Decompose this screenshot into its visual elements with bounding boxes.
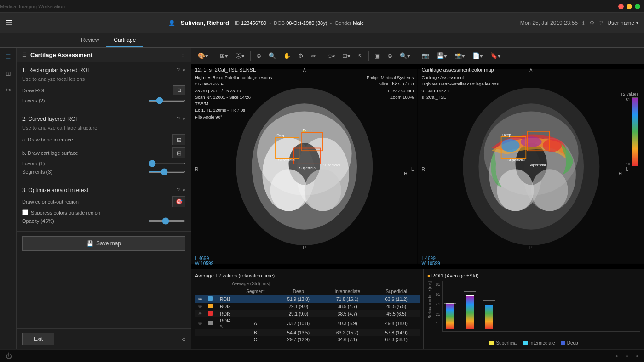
toolbar-pointer-btn[interactable]: ↖ [355, 51, 366, 61]
toolbar-zoom-btn[interactable]: 🔍▾ [397, 51, 413, 61]
row2-color [205, 303, 217, 310]
toolbar-reflines-btn[interactable]: ⊕ [253, 51, 264, 61]
v1-line4: Scan Nr. 12001 - Slice 14/26 [195, 94, 272, 101]
collapse-icon[interactable]: « [182, 335, 185, 343]
toolbar-pan-btn[interactable]: ✋ [281, 51, 293, 61]
viewer2-colorbar: T2 values 81 10 [621, 92, 638, 166]
svg-text:Superficial: Superficial [507, 158, 525, 162]
bottom-right: ■ ROI1 (Average ±Std) Relaxation time [m… [423, 269, 644, 349]
table-row[interactable]: 👁 ROI4 ↖ A 33.2 (10.8) 40.3 (5.9) 49.8 (… [195, 317, 420, 329]
bar1-error-cap [444, 303, 456, 304]
row1-eye[interactable]: 👁 [195, 295, 205, 303]
toolbar-search-btn[interactable]: 🔍 [266, 51, 279, 61]
section2-chevron-icon[interactable]: ▾ [183, 116, 185, 122]
legend-superficial-dot [489, 341, 494, 345]
legend-deep: Deep [561, 340, 578, 345]
toolbar-settings-btn[interactable]: ⚙ [295, 51, 306, 61]
section3-draw-cutout-row: Draw color cut-out region 🎯 [22, 196, 185, 207]
table-row[interactable]: 👁 ROI1 51.9 (13.8) 71.8 (16.1) 63.6 (11.… [195, 295, 420, 303]
toolbar-save2-btn[interactable]: 💾▾ [434, 51, 450, 61]
sidebar-icon-tools[interactable]: ✂ [3, 85, 14, 96]
draw-cartilage-button[interactable]: ⊞ [172, 147, 185, 158]
menu-icon[interactable]: ☰ [6, 18, 12, 27]
toolbar-bookmark-btn[interactable]: 🔖▾ [488, 51, 504, 61]
toolbar-color-btn[interactable]: 🎨▾ [195, 51, 211, 61]
row4a-eye[interactable]: 👁 [195, 317, 205, 329]
opacity-slider[interactable] [149, 220, 185, 222]
toolbar-ellipse-btn[interactable]: ⬭▾ [325, 51, 338, 61]
layers2-slider[interactable] [149, 163, 185, 164]
bar-group-2 [466, 293, 474, 329]
section1-chevron-icon[interactable]: ▾ [183, 68, 185, 74]
segments-slider-container [52, 171, 185, 173]
section2-help-icon[interactable]: ? [177, 116, 180, 122]
v1-tech1: Philips Medical Systems [367, 74, 414, 81]
save-map-button[interactable]: 💾 Save map [22, 236, 185, 251]
viewer1-orient-top: A [303, 68, 306, 73]
toolbar: 🎨▾ ⊞▾ Ⓐ▾ ⊕ 🔍 ✋ ⚙ ✏ ⬭▾ ⊡▾ ↖ ▣ ⊕ 🔍▾ 📷 [191, 48, 644, 64]
table-row[interactable]: 👁 ROI3 29.1 (9.0) 38.5 (4.7) 45.5 (6.5) [195, 310, 420, 317]
row4b-color [205, 329, 217, 336]
viewer1-label: 12, 1: sT2Cal_TSE SENSE [195, 67, 256, 73]
toolbar-page-btn[interactable]: 📄▾ [470, 51, 486, 61]
toolbar-display-btn[interactable]: ▣ [372, 51, 383, 61]
table-row[interactable]: B 54.4 (13.5) 63.2 (15.7) 57.8 (14.9) [195, 329, 420, 336]
row4b-superficial: 57.8 (14.9) [374, 329, 420, 336]
toolbar-draw-btn[interactable]: ✏ [308, 51, 319, 61]
top-bar-left: ☰ [6, 18, 12, 27]
settings-icon[interactable]: ⚙ [589, 19, 595, 26]
svg-text:Superficial: Superficial [299, 166, 316, 170]
info-icon[interactable]: ℹ [582, 20, 585, 26]
v1-line6: Ec 1. TE 120ms - TR 7.0s [195, 107, 272, 113]
taskbar-icon-2[interactable]: ● [626, 353, 628, 358]
power-icon[interactable]: ⏻ [6, 352, 12, 360]
toolbar-camera-btn[interactable]: 📷 [419, 51, 432, 61]
taskbar-icon-3[interactable]: ● [636, 353, 638, 358]
v1-line7: Flip Angle 90° [195, 114, 272, 120]
row3-segment [236, 310, 276, 317]
maximize-button[interactable] [635, 4, 640, 9]
minimize-button[interactable] [627, 4, 632, 9]
viewer1-orient-right: L [411, 167, 414, 172]
tab-cartilage[interactable]: Cartilage [106, 34, 143, 47]
opacity-slider-container [54, 220, 185, 222]
section3-controls: ? ▾ [177, 187, 185, 193]
toolbar-crosshair-btn[interactable]: ⊕ [385, 51, 395, 61]
tab-review[interactable]: Review [74, 34, 106, 47]
suppress-colors-checkbox[interactable] [22, 209, 28, 215]
sidebar-icon-layers[interactable]: ⊞ [3, 68, 14, 79]
table-row[interactable]: C 29.7 (12.9) 34.6 (7.1) 67.3 (38.1) [195, 336, 420, 343]
user-menu[interactable]: User name ▾ [607, 20, 638, 26]
row3-deep: 29.1 (9.0) [276, 310, 322, 317]
toolbar-layout-btn[interactable]: ⊞▾ [217, 51, 231, 61]
viewer2: Cartilage assessment color map Cartilage… [418, 64, 644, 269]
segments-slider[interactable] [149, 171, 185, 173]
row2-eye[interactable]: 👁 [195, 303, 205, 310]
section1-help-icon[interactable]: ? [177, 67, 180, 74]
close-button[interactable] [618, 4, 624, 9]
panel-menu-icon[interactable]: ☰ [22, 52, 27, 58]
section3-chevron-icon[interactable]: ▾ [183, 187, 185, 193]
toolbar-capture-btn[interactable]: 📸▾ [452, 51, 468, 61]
layers1-slider[interactable] [149, 100, 185, 102]
toolbar-annotate-btn[interactable]: Ⓐ▾ [233, 51, 247, 62]
toolbar-roi-btn[interactable]: ⊡▾ [339, 51, 353, 61]
exit-button[interactable]: Exit [22, 333, 54, 345]
v1-tech4: Zoom 100% [367, 94, 414, 101]
sidebar-icons: ☰ ⊞ ✂ [0, 48, 17, 349]
bar2-fill [466, 296, 474, 329]
row1-superficial: 63.6 (11.2) [374, 295, 420, 303]
taskbar-icon-1[interactable]: ● [615, 353, 618, 358]
sidebar-icon-list[interactable]: ☰ [3, 51, 14, 62]
chart-title-text: ROI1 (Average ±Std) [431, 273, 478, 278]
panel-options-icon[interactable]: ⋮ [180, 52, 185, 58]
table-row[interactable]: 👁 ROI2 29.1 (9.0) 38.5 (4.7) 45.5 (6.5) [195, 303, 420, 310]
y-mid: 61 [436, 292, 440, 297]
draw-cutout-button[interactable]: 🎯 [172, 196, 185, 207]
draw-roi-button[interactable]: ⊞ [173, 85, 185, 95]
section3-help-icon[interactable]: ? [177, 187, 180, 193]
layers1-slider-container [45, 100, 185, 102]
help-icon[interactable]: ? [599, 19, 603, 26]
row3-eye[interactable]: 👁 [195, 310, 205, 317]
draw-bone-button[interactable]: ⊞ [172, 134, 185, 145]
